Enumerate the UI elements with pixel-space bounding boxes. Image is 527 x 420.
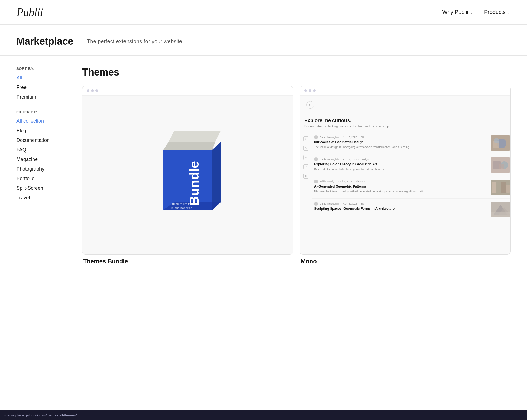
filter-by-section: FILTER BY: All collection Blog Documenta… — [16, 110, 66, 201]
card-header-bundle — [82, 86, 293, 96]
article-2-desc: Delve into the impact of color in geomet… — [314, 168, 485, 171]
sort-all[interactable]: All — [16, 75, 66, 81]
filter-portfolio[interactable]: Portfolio — [16, 176, 66, 182]
dot-2 — [309, 89, 311, 92]
products-area: Themes — [82, 67, 511, 265]
mono-sidebar-icons: ⌂ ✎ ✏ ♡ ⚙ — [300, 132, 312, 220]
filter-travel[interactable]: Travel — [16, 195, 66, 201]
article-2-img-svg — [491, 157, 510, 173]
mono-tagline-section: Explore, be curious. Discover stories, t… — [300, 113, 510, 132]
article-1-meta: Daniel Mclaughlin · April 7, 2022 · 3D — [314, 135, 485, 139]
mono-card-content: ⬡ Explore, be curious. Discover stories,… — [300, 96, 510, 254]
banner-divider — [80, 36, 80, 46]
cards-grid: Bundle All premium themes in one low pri… — [82, 86, 511, 255]
mono-article-1: Daniel Mclaughlin · April 7, 2022 · 3D I… — [312, 132, 510, 154]
filter-blog[interactable]: Blog — [16, 128, 66, 134]
mono-tagline-sub: Discover stories, thinking, and expertis… — [304, 125, 506, 128]
site-header: Publii Why Publii ⌄ Products ⌄ — [0, 0, 527, 25]
mono-header: ⬡ — [300, 96, 510, 113]
sort-free[interactable]: Free — [16, 85, 66, 90]
mono-logo-icon: ⬡ — [306, 101, 314, 109]
svg-text:in one low price: in one low price — [171, 206, 192, 209]
nav-why-publii[interactable]: Why Publii ⌄ — [442, 9, 473, 15]
dot-3 — [313, 89, 316, 92]
bundle-card-name: Themes Bundle — [82, 258, 293, 265]
svg-marker-1 — [163, 142, 215, 150]
article-4-img-svg — [491, 202, 510, 217]
article-4-image — [491, 202, 510, 217]
article-1-title: Intricacies of Geometric Design — [314, 140, 485, 145]
site-logo[interactable]: Publii — [16, 6, 43, 19]
svg-rect-18 — [497, 185, 500, 193]
article-3-image — [491, 180, 510, 195]
card-header-mono — [300, 86, 510, 96]
article-1-image — [491, 135, 510, 151]
pen-icon: ✏ — [303, 155, 308, 160]
article-2-meta: Daniel Mclaughlin · April 6, 2022 · Desi… — [314, 157, 485, 161]
svg-point-11 — [494, 138, 499, 143]
article-2-title: Exploring Color Theory in Geometric Art — [314, 162, 485, 167]
bundle-image-container: Bundle All premium themes in one low pri… — [82, 96, 293, 254]
marketplace-title: Marketplace — [16, 36, 73, 47]
mono-article-2: Daniel Mclaughlin · April 6, 2022 · Desi… — [312, 154, 510, 176]
article-3-desc: Discover the future of design with AI-ge… — [314, 190, 485, 194]
dot-2 — [91, 89, 94, 92]
article-2-text: Daniel Mclaughlin · April 6, 2022 · Desi… — [312, 157, 487, 173]
card-names-row: Themes Bundle Mono — [82, 258, 511, 265]
article-3-meta: Eddie Moody · April 5, 2022 · Abstract — [314, 180, 485, 183]
home-icon: ⌂ — [303, 136, 308, 141]
sidebar: SORT BY: All Free Premium FILTER BY: All… — [16, 67, 66, 265]
dot-1 — [304, 89, 307, 92]
settings-icon: ⚙ — [303, 174, 308, 179]
svg-marker-0 — [169, 131, 221, 142]
section-title: Themes — [82, 67, 511, 78]
mono-tagline: Explore, be curious. — [304, 118, 506, 123]
filter-photography[interactable]: Photography — [16, 166, 66, 172]
filter-all-collection[interactable]: All collection — [16, 118, 66, 124]
dot-1 — [87, 89, 89, 92]
heart-icon: ♡ — [303, 164, 308, 169]
article-1-img-svg — [491, 135, 510, 151]
filter-documentation[interactable]: Documentation — [16, 137, 66, 143]
svg-rect-15 — [499, 164, 504, 169]
article-2-image — [491, 157, 510, 173]
svg-text:Bundle: Bundle — [187, 161, 201, 206]
article-4-text: Daniel Mclaughlin · April 4, 2022 · 3D S… — [312, 202, 487, 217]
svg-marker-3 — [212, 142, 221, 210]
main-content: SORT BY: All Free Premium FILTER BY: All… — [0, 56, 527, 276]
mono-articles-list: Daniel Mclaughlin · April 7, 2022 · 3D I… — [312, 132, 510, 220]
mono-article-3: Eddie Moody · April 5, 2022 · Abstract A… — [312, 176, 510, 199]
marketplace-banner: Marketplace The perfect extensions for y… — [0, 25, 527, 56]
marketplace-subtitle: The perfect extensions for your website. — [87, 38, 184, 45]
svg-rect-24 — [491, 212, 510, 217]
sort-by-section: SORT BY: All Free Premium — [16, 67, 66, 100]
mono-body: ⌂ ✎ ✏ ♡ ⚙ — [300, 132, 510, 220]
svg-text:All premium themes: All premium themes — [171, 202, 198, 206]
svg-rect-17 — [492, 182, 496, 193]
edit-icon: ✎ — [303, 146, 308, 151]
filter-split-screen[interactable]: Split-Screen — [16, 185, 66, 191]
article-4-meta: Daniel Mclaughlin · April 4, 2022 · 3D — [314, 202, 485, 206]
article-3-title: AI-Generated Geometric Patterns — [314, 185, 485, 189]
nav-products[interactable]: Products ⌄ — [484, 9, 511, 15]
avatar — [314, 202, 318, 206]
filter-faq[interactable]: FAQ — [16, 147, 66, 153]
dot-3 — [95, 89, 98, 92]
chevron-down-icon: ⌄ — [507, 10, 511, 15]
filter-by-label: FILTER BY: — [16, 110, 66, 114]
svg-rect-20 — [506, 185, 510, 193]
article-1-text: Daniel Mclaughlin · April 7, 2022 · 3D I… — [312, 135, 487, 151]
article-1-desc: The realm of design is undergoing a rema… — [314, 145, 485, 149]
sort-by-label: SORT BY: — [16, 67, 66, 71]
product-card-mono[interactable]: ⬡ Explore, be curious. Discover stories,… — [300, 86, 511, 255]
article-3-img-svg — [491, 180, 510, 195]
avatar — [314, 157, 318, 161]
main-nav: Why Publii ⌄ Products ⌄ — [442, 9, 511, 15]
product-card-bundle[interactable]: Bundle All premium themes in one low pri… — [82, 86, 293, 255]
chevron-down-icon: ⌄ — [470, 10, 473, 15]
filter-magazine[interactable]: Magazine — [16, 157, 66, 162]
avatar — [314, 180, 318, 183]
article-3-text: Eddie Moody · April 5, 2022 · Abstract A… — [312, 180, 487, 195]
mono-card-name: Mono — [300, 258, 511, 265]
sort-premium[interactable]: Premium — [16, 94, 66, 100]
